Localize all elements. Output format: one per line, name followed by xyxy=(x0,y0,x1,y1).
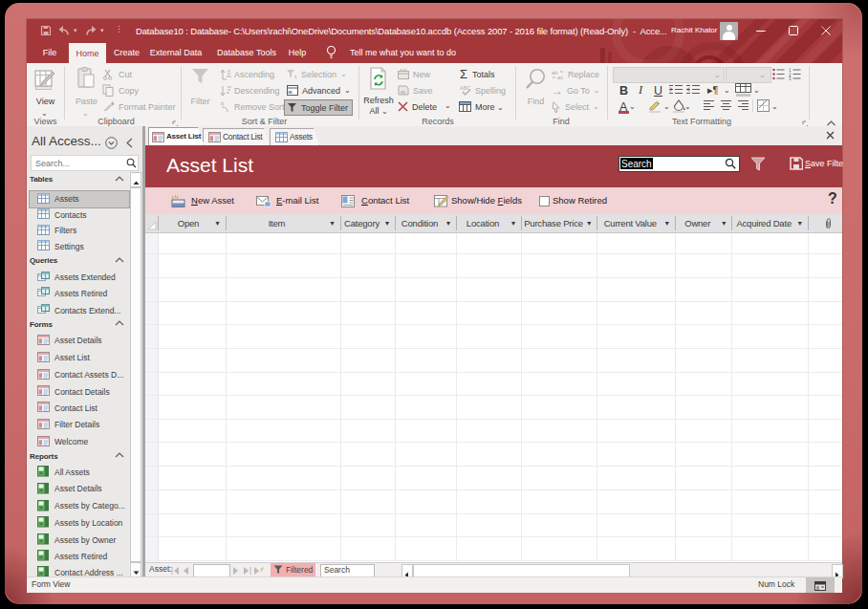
svg-text:ac: ac xyxy=(557,75,563,80)
svg-text:3: 3 xyxy=(789,76,792,80)
svg-text:ABC: ABC xyxy=(460,85,470,91)
